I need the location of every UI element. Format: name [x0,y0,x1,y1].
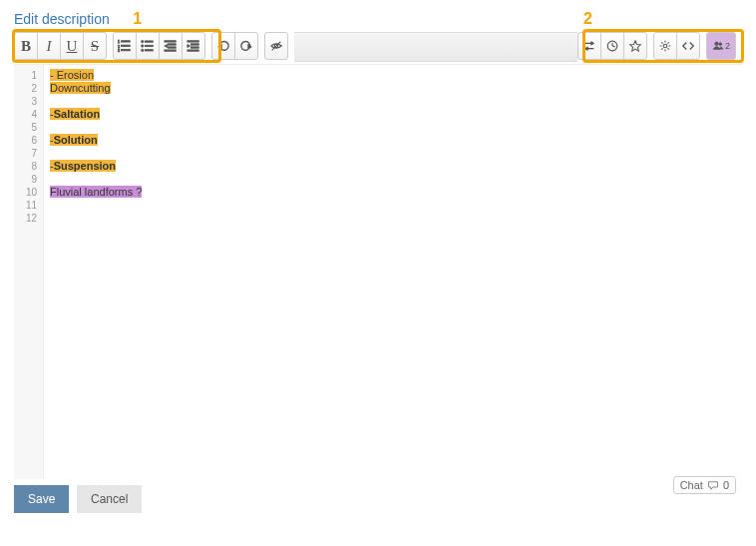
svg-rect-9 [145,45,153,46]
star-button[interactable] [623,32,647,60]
line-number: 6 [14,134,37,147]
arrows-horizontal-icon [582,39,596,53]
svg-text:3: 3 [118,49,120,53]
source-button[interactable] [676,32,700,60]
line-number: 11 [14,199,37,212]
svg-rect-16 [165,50,176,51]
svg-marker-14 [165,45,168,48]
svg-line-32 [612,46,615,47]
svg-marker-23 [248,44,252,49]
svg-rect-1 [122,41,131,42]
toolbar: B I U S 123 [14,32,742,62]
users-icon [712,40,724,52]
strikethrough-button[interactable]: S [83,32,107,60]
svg-rect-11 [145,50,153,51]
annotation-label-2: 2 [583,10,592,28]
outdent-button[interactable] [159,32,183,60]
ordered-list-icon: 123 [118,39,132,53]
svg-line-25 [272,42,281,51]
svg-point-34 [663,44,667,48]
clock-icon [605,39,619,53]
svg-rect-5 [122,50,131,51]
svg-rect-20 [190,47,198,48]
editor-line[interactable] [50,95,736,108]
line-number: 8 [14,160,37,173]
svg-point-10 [142,49,144,51]
unordered-list-button[interactable] [136,32,160,60]
svg-point-8 [142,45,144,47]
svg-rect-3 [122,45,131,46]
svg-rect-17 [188,41,198,42]
editor-line[interactable]: -Solution [50,134,736,147]
underline-button[interactable]: U [60,32,84,60]
active-users-button[interactable]: 2 [706,32,736,60]
svg-rect-7 [145,41,153,42]
settings-button[interactable] [653,32,677,60]
svg-point-36 [719,43,722,46]
footer: Save Cancel [14,485,742,513]
save-button[interactable]: Save [14,485,69,513]
editor[interactable]: 123456789101112 - ErosionDowncutting-Sal… [14,64,742,479]
svg-point-6 [142,40,144,42]
unordered-list-icon [141,39,155,53]
italic-button[interactable]: I [37,32,61,60]
line-number: 1 [14,69,37,82]
svg-rect-13 [168,44,176,45]
undo-icon [216,39,230,53]
line-number: 7 [14,147,37,160]
eye-slash-icon [269,39,283,53]
svg-marker-27 [591,42,594,46]
cancel-button[interactable]: Cancel [77,485,142,513]
editor-line[interactable] [50,147,736,160]
line-number: 12 [14,212,37,225]
star-icon [628,39,642,53]
chat-button[interactable]: Chat 0 [673,476,736,494]
chat-bubble-icon [707,480,719,491]
undo-button[interactable] [211,32,235,60]
bold-button[interactable]: B [14,32,38,60]
outdent-icon [164,39,178,53]
editor-line[interactable]: -Saltation [50,108,736,121]
line-number: 10 [14,186,37,199]
editor-line[interactable]: -Suspension [50,160,736,173]
svg-marker-29 [585,47,588,51]
svg-marker-33 [630,41,641,51]
line-number-gutter: 123456789101112 [14,65,44,479]
svg-marker-19 [188,45,190,48]
toggle-visibility-button[interactable] [264,32,288,60]
editor-line[interactable] [50,212,736,225]
svg-rect-12 [165,41,176,42]
ordered-list-button[interactable]: 123 [113,32,137,60]
edit-description-link[interactable]: Edit description [14,11,110,27]
chat-label: Chat [680,479,703,491]
history-button[interactable] [600,32,624,60]
active-users-count: 2 [725,41,730,51]
redo-icon [239,39,253,53]
editor-line[interactable] [50,173,736,186]
indent-button[interactable] [182,32,205,60]
editor-line[interactable] [50,121,736,134]
line-number: 4 [14,108,37,121]
svg-point-35 [715,42,718,45]
indent-icon [187,39,200,53]
line-number: 9 [14,173,37,186]
svg-text:2: 2 [118,45,120,49]
annotation-label-1: 1 [133,10,142,27]
editor-line[interactable] [50,199,736,212]
svg-rect-15 [168,47,176,48]
line-number: 2 [14,82,37,95]
editor-line[interactable]: Downcutting [50,82,736,95]
code-icon [681,39,695,53]
line-number: 5 [14,121,37,134]
editor-content[interactable]: - ErosionDowncutting-Saltation-Solution-… [44,65,742,479]
editor-line[interactable]: Fluvial landforms ? [50,186,736,199]
svg-rect-21 [188,50,198,51]
gear-icon [658,39,672,53]
svg-rect-18 [190,44,198,45]
svg-text:1: 1 [118,40,120,44]
import-export-button[interactable] [577,32,601,60]
editor-line[interactable]: - Erosion [50,69,736,82]
redo-button[interactable] [234,32,258,60]
toolbar-spacer [294,32,577,62]
svg-marker-22 [218,44,222,49]
